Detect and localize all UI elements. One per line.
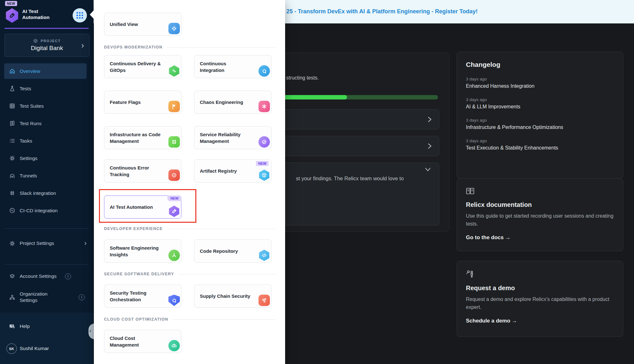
- chevron-down-icon: [424, 167, 432, 173]
- info-icon: i: [79, 294, 85, 300]
- nine-dots-icon: [79, 15, 81, 16]
- srm-icon: [258, 136, 270, 148]
- people-icon: [466, 274, 474, 279]
- popover-caret: [90, 10, 94, 19]
- layers-gear-icon: [9, 273, 16, 280]
- module-card-chaos[interactable]: Chaos Engineering: [194, 91, 271, 114]
- docs-title: Relicx documentation: [466, 201, 614, 208]
- changelog-title: Changelog: [466, 61, 614, 68]
- chevron-right-icon: [428, 115, 432, 125]
- feature-flags-icon: [168, 101, 180, 112]
- module-card-ci[interactable]: Continuous Integration: [194, 55, 271, 78]
- docs-description: Use this guide to get started recording …: [466, 212, 614, 228]
- progress-fill: [279, 95, 347, 99]
- chevron-left-icon: ‹: [89, 328, 91, 334]
- changelog-card: Changelog 3 days ago Enhanced Harness In…: [457, 52, 623, 179]
- info-icon: i: [65, 273, 71, 279]
- module-card-feature-flags[interactable]: Feature Flags: [104, 91, 181, 114]
- sidebar-item-tunnels[interactable]: Tunnels: [0, 167, 94, 184]
- module-card-sto[interactable]: Security Testing Orchestration: [104, 284, 181, 308]
- module-picker-button[interactable]: [73, 8, 87, 22]
- error-tracking-icon: [168, 169, 180, 181]
- expanded-step-text-fragment: st your findings. The Relicx team would …: [296, 176, 404, 182]
- project-name: Digital Bank: [5, 45, 89, 52]
- sidebar-item-slack[interactable]: Slack integration: [0, 184, 94, 202]
- iac-icon: [168, 136, 180, 148]
- grid-icon: [9, 103, 16, 110]
- sidebar-item-test-runs[interactable]: Test Runs: [0, 115, 94, 132]
- module-accent-rule: [4, 28, 89, 29]
- divider: [4, 228, 89, 229]
- chat-help-icon: ?: [9, 323, 16, 330]
- module-card-sei[interactable]: Software Engineering Insights: [104, 239, 181, 263]
- changelog-entry: 3 days ago Test Execution & Stability En…: [466, 138, 614, 151]
- user-menu[interactable]: SK Sushil Kumar: [0, 342, 94, 355]
- code-repository-icon: [258, 250, 270, 261]
- help-button[interactable]: ? Help: [0, 319, 94, 333]
- svg-text:?: ?: [11, 324, 13, 327]
- onboarding-step-row[interactable]: [279, 136, 439, 156]
- module-card-ai-test-automation[interactable]: NEW AI Test Automation: [104, 195, 181, 219]
- book-icon: [466, 190, 474, 196]
- module-card-cd-gitops[interactable]: Continuous Delivery & GitOps: [104, 55, 181, 78]
- demo-title: Request a demo: [466, 284, 614, 292]
- columns-icon: [9, 120, 16, 127]
- sidebar-item-organization-settings[interactable]: OrganizationSettings i: [0, 287, 94, 308]
- go-to-docs-link[interactable]: Go to the docs →: [466, 234, 614, 241]
- module-card-supply-chain[interactable]: Supply Chain Security: [194, 284, 271, 308]
- sei-icon: [168, 250, 180, 261]
- module-card-cet[interactable]: Continuous Error Tracking: [104, 159, 181, 182]
- gear-icon: [9, 155, 16, 162]
- sidebar-item-tests[interactable]: Tests: [0, 80, 94, 97]
- sidebar: NEW AI Test Automation PROJECT Digital B…: [0, 0, 94, 364]
- app-window: 25 - Transform DevEx with AI & Platform …: [0, 0, 634, 364]
- section-header-secure: SECURE SOFTWARE DELIVERY: [104, 272, 276, 276]
- changelog-entry: 3 days ago AI & LLM Improvements: [466, 97, 614, 110]
- module-card-unified-view[interactable]: Unified View: [104, 13, 181, 36]
- slack-icon: [9, 190, 16, 197]
- avatar: SK: [6, 343, 17, 354]
- svg-text:$: $: [173, 344, 175, 347]
- module-card-srm[interactable]: Service Reliability Management: [194, 126, 271, 149]
- module-picker-popover: Unified View DEVOPS MODERNIZATION Contin…: [94, 0, 285, 364]
- sidebar-item-project-settings[interactable]: Project Settings ›: [0, 235, 94, 252]
- security-testing-icon: [168, 295, 180, 306]
- module-card-artifact-registry[interactable]: NEW Artifact Registry: [194, 159, 271, 182]
- section-header-devex: DEVELOPER EXPERIENCE: [104, 227, 276, 231]
- cube-icon: [33, 39, 38, 43]
- onboarding-step-expanded[interactable]: st your findings. The Relicx team would …: [279, 163, 439, 226]
- gear-icon: [9, 240, 16, 247]
- chevron-right-icon: ›: [84, 239, 87, 247]
- arrow-right-icon: →: [512, 318, 517, 324]
- onboarding-subtitle-fragment: structing tests.: [286, 75, 319, 81]
- sidebar-footer: ? Help SK Sushil Kumar: [0, 312, 94, 364]
- module-card-ccm[interactable]: Cloud Cost Management $: [104, 330, 181, 353]
- sidebar-item-settings[interactable]: Settings: [0, 150, 94, 167]
- onboarding-panel: structing tests. st your findings. The R…: [270, 53, 449, 232]
- new-badge: NEW: [256, 161, 269, 166]
- sidebar-item-cicd[interactable]: CI-CD integration: [0, 202, 94, 219]
- project-selector[interactable]: PROJECT Digital Bank ›: [4, 34, 89, 57]
- sidebar-item-test-suites[interactable]: Test Suites: [0, 97, 94, 115]
- artifact-registry-icon: [258, 169, 270, 181]
- sidebar-item-tasks[interactable]: Tasks: [0, 132, 94, 150]
- infinity-icon: [9, 207, 16, 214]
- app-logo-icon: [5, 8, 19, 23]
- documentation-card: Relicx documentation Use this guide to g…: [457, 178, 623, 251]
- onboarding-step-row[interactable]: [279, 109, 439, 130]
- ci-icon: [258, 65, 270, 77]
- section-header-cloud-cost: CLOUD COST OPTIMIZATION: [104, 317, 276, 322]
- module-card-iac[interactable]: Infrastructure as Code Management: [104, 126, 181, 149]
- sidebar-item-account-settings[interactable]: Account Settings i: [0, 268, 94, 285]
- section-header-devops: DEVOPS MODERNIZATION: [104, 45, 276, 49]
- ai-test-automation-icon: [168, 206, 180, 217]
- chevron-right-icon: ›: [81, 41, 84, 50]
- new-badge: NEW: [167, 195, 181, 201]
- schedule-demo-link[interactable]: Schedule a demo →: [466, 318, 614, 324]
- changelog-entry: 3 days ago Enhanced Harness Integration: [466, 77, 614, 89]
- cloud-cost-icon: $: [168, 340, 180, 351]
- onboarding-progress-bar: [279, 95, 438, 99]
- sidebar-item-overview[interactable]: Overview: [0, 62, 94, 80]
- module-card-code-repository[interactable]: Code Repository: [194, 239, 271, 263]
- arrow-right-icon: →: [505, 234, 511, 240]
